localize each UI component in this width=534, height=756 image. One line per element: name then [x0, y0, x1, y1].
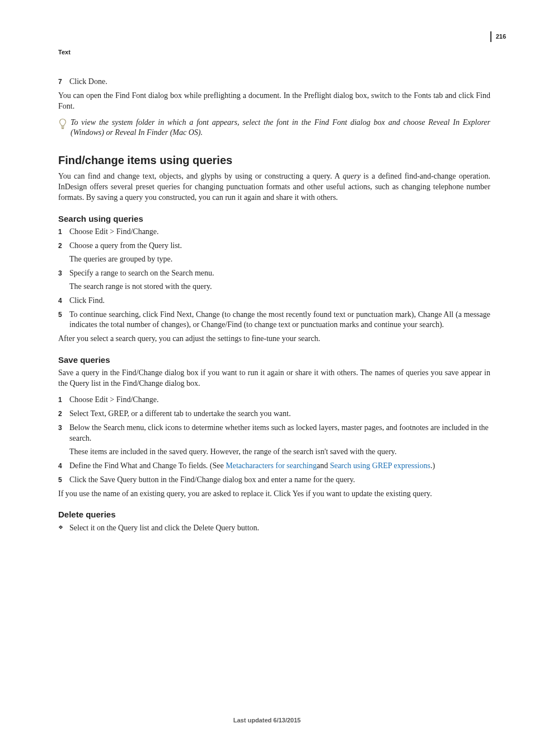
step-number: 4 [58, 461, 62, 470]
body-text: Save a query in the Find/Change dialog b… [58, 368, 490, 389]
breadcrumb: Text [58, 48, 490, 57]
subsection-heading: Delete queries [58, 509, 490, 520]
list-item: 4 Click Find. [58, 296, 490, 306]
body-text: You can open the Find Font dialog box wh… [58, 91, 490, 112]
step-number: 3 [58, 423, 62, 432]
section-heading: Find/change items using queries [58, 153, 490, 168]
step-text: Below the Search menu, click icons to de… [69, 423, 489, 442]
save-steps-list: 1 Choose Edit > Find/Change. 2 Select Te… [58, 395, 490, 485]
step-number: 5 [58, 310, 62, 319]
lightbulb-icon [58, 118, 67, 130]
step-text: Specify a range to search on the Search … [69, 269, 214, 277]
list-item: Select it on the Query list and click th… [58, 523, 490, 534]
list-item: 2 Choose a query from the Query list. Th… [58, 241, 490, 265]
step-number: 4 [58, 296, 62, 305]
tip-block: To view the system folder in which a fon… [58, 118, 490, 139]
step-number: 2 [58, 409, 62, 418]
list-item: 4 Define the Find What and Change To fie… [58, 461, 490, 472]
body-text: You can find and change text, objects, a… [58, 171, 490, 203]
list-item: 3 Below the Search menu, click icons to … [58, 423, 490, 458]
step-text: Choose a query from the Query list. [69, 241, 182, 250]
page-footer: Last updated 6/13/2015 [0, 716, 534, 725]
body-text: If you use the name of an existing query… [58, 489, 490, 500]
italic-term: query [343, 172, 360, 180]
step-text: Click the Save Query button in the Find/… [69, 475, 355, 484]
list-item: 2 Select Text, GREP, or a different tab … [58, 409, 490, 419]
step-number: 1 [58, 395, 62, 404]
step-subtext: The queries are grouped by type. [69, 254, 490, 265]
step-text: Select Text, GREP, or a different tab to… [69, 409, 291, 418]
link-metacharacters[interactable]: Metacharacters for searching [226, 461, 316, 470]
list-item: 7 Click Done. [58, 77, 490, 87]
list-item: 5 Click the Save Query button in the Fin… [58, 475, 490, 486]
list-item: 5 To continue searching, click Find Next… [58, 310, 490, 331]
list-item: 3 Specify a range to search on the Searc… [58, 268, 490, 292]
subsection-heading: Search using queries [58, 213, 490, 225]
step-number: 5 [58, 475, 62, 484]
page-container: 216 Text 7 Click Done. You can open the … [0, 0, 534, 756]
subsection-heading: Save queries [58, 354, 490, 366]
step-subtext: The search range is not stored with the … [69, 282, 490, 292]
step-text: Click Done. [69, 77, 107, 86]
step-number: 2 [58, 241, 62, 250]
tip-text: To view the system folder in which a fon… [71, 118, 490, 139]
text-run: Define the Find What and Change To field… [69, 461, 226, 470]
text-run: You can find and change text, objects, a… [58, 172, 343, 180]
step-subtext: These items are included in the saved qu… [69, 447, 490, 458]
page-number: 216 [490, 31, 506, 42]
step-text: To continue searching, click Find Next, … [69, 310, 490, 331]
list-item: 1 Choose Edit > Find/Change. [58, 395, 490, 405]
step-text: Define the Find What and Change To field… [69, 461, 435, 470]
step-text: Choose Edit > Find/Change. [69, 227, 159, 236]
step-number: 1 [58, 227, 62, 236]
step-number: 3 [58, 269, 62, 278]
top-steps-list: 7 Click Done. [58, 77, 490, 87]
body-text: After you select a search query, you can… [58, 334, 490, 344]
text-run: .) [430, 461, 435, 470]
step-text: Select it on the Query list and click th… [69, 524, 259, 532]
step-number: 7 [58, 77, 62, 86]
list-item: 1 Choose Edit > Find/Change. [58, 227, 490, 237]
step-text: Choose Edit > Find/Change. [69, 395, 159, 404]
search-steps-list: 1 Choose Edit > Find/Change. 2 Choose a … [58, 227, 490, 330]
step-text: Click Find. [69, 296, 105, 305]
link-grep-expressions[interactable]: Search using GREP expressions [330, 461, 430, 470]
text-run: and [317, 461, 330, 470]
delete-list: Select it on the Query list and click th… [58, 523, 490, 534]
